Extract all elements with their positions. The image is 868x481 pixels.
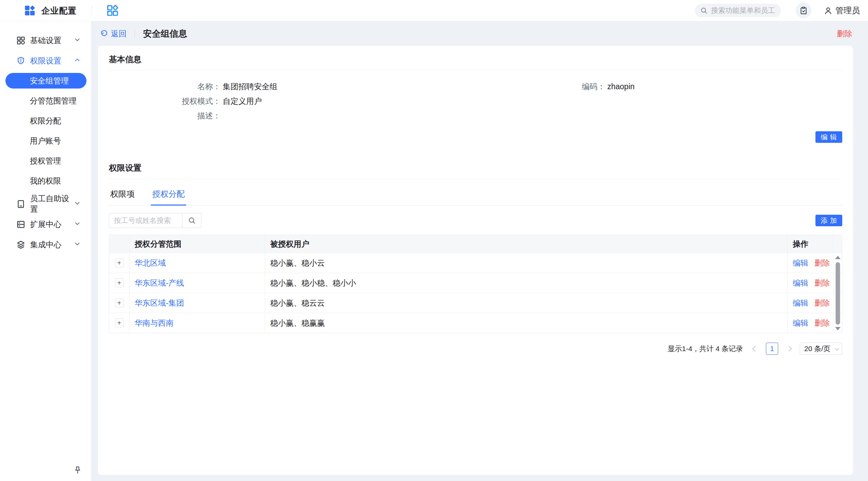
row-edit-link[interactable]: 编辑 xyxy=(793,298,808,308)
field-name: 名称： 集团招聘安全组 xyxy=(109,79,842,94)
row-delete-link[interactable]: 删除 xyxy=(814,258,830,268)
scope-link[interactable]: 华东区域-集团 xyxy=(135,298,184,308)
grid-icon xyxy=(16,36,25,45)
page-size-value: 20 条/页 xyxy=(804,344,830,353)
row-edit-link[interactable]: 编辑 xyxy=(793,318,808,328)
sidebar-item-my-permissions[interactable]: 我的权限 xyxy=(0,171,91,191)
sidebar-item-extension-center[interactable]: 扩展中心 xyxy=(0,214,91,234)
sidebar-item-label: 集成中心 xyxy=(30,239,74,250)
scope-link[interactable]: 华南与西南 xyxy=(135,318,174,328)
expand-row-button[interactable]: + xyxy=(115,278,124,287)
sidebar-item-label: 基础设置 xyxy=(30,35,74,46)
table-row: + 华东区域-集团 稳小赢、稳云云 编辑删除 xyxy=(109,293,842,313)
prev-page-button[interactable] xyxy=(752,346,758,352)
authorized-users: 稳小赢、稳小云 xyxy=(265,253,788,273)
chevron-down-icon xyxy=(74,220,81,229)
tab-authorization-assign[interactable]: 授权分配 xyxy=(151,182,186,205)
edit-row: 编 辑 xyxy=(109,131,842,143)
employee-search-input[interactable] xyxy=(109,213,182,228)
page-size-select[interactable]: 20 条/页 xyxy=(800,343,842,355)
sidebar-item-base-settings[interactable]: 基础设置 xyxy=(0,30,91,51)
basic-info-title: 基本信息 xyxy=(109,46,842,71)
code-value: zhaopin xyxy=(607,82,635,91)
field-code: 编码： zhaopin xyxy=(582,79,635,94)
sidebar-item-self-service[interactable]: 员工自助设置 xyxy=(0,194,91,214)
table-row: + 华北区域 稳小赢、稳小云 编辑删除 xyxy=(109,253,842,273)
column-header-actions: 操作 xyxy=(788,235,833,253)
scope-link[interactable]: 华北区域 xyxy=(135,258,166,268)
code-label: 编码： xyxy=(582,81,605,92)
topbar: 企业配置 管理员 xyxy=(0,0,868,21)
global-search-input[interactable] xyxy=(711,6,775,15)
row-delete-link[interactable]: 删除 xyxy=(814,298,830,308)
topbar-divider xyxy=(92,6,92,15)
back-label: 返回 xyxy=(111,28,126,39)
expand-row-button[interactable]: + xyxy=(115,258,124,267)
row-delete-link[interactable]: 删除 xyxy=(814,318,830,328)
scroll-down-arrow[interactable] xyxy=(835,327,841,330)
row-edit-link[interactable]: 编辑 xyxy=(793,258,808,268)
table-row: + 华东区域-产线 稳小赢、稳小稳、稳小小 编辑删除 xyxy=(109,273,842,293)
sidebar-item-integration-center[interactable]: 集成中心 xyxy=(0,234,91,255)
employee-search-button[interactable] xyxy=(182,213,201,228)
page-title: 安全组信息 xyxy=(143,28,187,40)
sidebar-item-user-accounts[interactable]: 用户账号 xyxy=(0,131,91,151)
table-row: + 华南与西南 稳小赢、稳赢赢 编辑删除 xyxy=(109,313,842,333)
detail-card: 基本信息 名称： 集团招聘安全组 编码： zhaopin 授权模式： 自定义用户… xyxy=(98,46,853,475)
scrollbar-column-header xyxy=(833,235,842,253)
column-header-users: 被授权用户 xyxy=(265,235,788,253)
scope-link[interactable]: 华东区域-产线 xyxy=(135,278,184,288)
next-page-button[interactable] xyxy=(786,346,792,352)
sidebar-item-label: 权限设置 xyxy=(30,56,74,66)
table-header-row: 授权分管范围 被授权用户 操作 xyxy=(109,235,842,253)
user-menu[interactable]: 管理员 xyxy=(824,5,860,16)
pagination: 显示1-4，共计 4 条记录 1 20 条/页 xyxy=(109,343,842,355)
mode-label: 授权模式： xyxy=(109,96,221,107)
sidebar-item-authorization[interactable]: 授权管理 xyxy=(0,151,91,171)
tasks-button[interactable] xyxy=(796,3,811,18)
sidebar-item-label: 扩展中心 xyxy=(30,219,74,230)
workspace-tab-icon[interactable] xyxy=(106,4,119,17)
authorized-users: 稳小赢、稳赢赢 xyxy=(265,313,788,333)
sidebar-item-permission-assign[interactable]: 权限分配 xyxy=(0,111,91,131)
pushpin-icon xyxy=(73,465,83,476)
chevron-up-icon xyxy=(74,56,81,65)
sidebar-item-scope-management[interactable]: 分管范围管理 xyxy=(0,91,91,111)
search-icon xyxy=(188,216,196,225)
clipboard-icon xyxy=(799,6,808,15)
sidebar-item-perm-settings[interactable]: 权限设置 xyxy=(0,51,91,71)
global-search[interactable] xyxy=(695,4,781,17)
delete-group-button[interactable]: 删除 xyxy=(837,28,852,39)
user-icon xyxy=(824,6,833,15)
chevron-down-icon xyxy=(74,199,81,208)
tab-permission-items[interactable]: 权限项 xyxy=(109,182,136,205)
pagination-summary: 显示1-4，共计 4 条记录 xyxy=(668,344,743,353)
edit-button[interactable]: 编 辑 xyxy=(815,131,842,143)
name-label: 名称： xyxy=(109,81,221,92)
scroll-up-arrow[interactable] xyxy=(835,256,841,259)
pin-sidebar-button[interactable] xyxy=(73,465,83,476)
table-scrollbar xyxy=(833,253,842,332)
authorized-users: 稳小赢、稳云云 xyxy=(265,293,788,313)
app-brand: 企业配置 xyxy=(0,4,92,17)
scrollbar-thumb[interactable] xyxy=(835,262,840,325)
table-body: + 华北区域 稳小赢、稳小云 编辑删除 + 华东区域-产线 稳小赢、稳小稳、稳小… xyxy=(109,253,842,333)
authorized-users: 稳小赢、稳小稳、稳小小 xyxy=(265,273,788,293)
expand-row-button[interactable]: + xyxy=(115,319,124,327)
back-button[interactable]: 返回 xyxy=(100,28,126,39)
sidebar-item-security-groups[interactable]: 安全组管理 xyxy=(5,73,86,89)
page-number-button[interactable]: 1 xyxy=(766,343,778,355)
add-button[interactable]: 添 加 xyxy=(815,215,842,226)
mode-value: 自定义用户 xyxy=(223,96,262,107)
row-edit-link[interactable]: 编辑 xyxy=(793,278,808,288)
perm-tabs: 权限项 授权分配 xyxy=(109,182,842,206)
row-delete-link[interactable]: 删除 xyxy=(814,278,830,288)
employee-search-group xyxy=(109,213,201,228)
description-label: 描述： xyxy=(109,111,221,121)
expand-row-button[interactable]: + xyxy=(115,299,124,307)
chevron-down-icon xyxy=(74,36,81,45)
perm-submenu: 安全组管理 分管范围管理 权限分配 用户账号 授权管理 我的权限 xyxy=(0,73,91,191)
kiosk-icon xyxy=(16,199,25,209)
server-box-icon xyxy=(16,220,25,229)
expand-column-header xyxy=(109,235,130,253)
